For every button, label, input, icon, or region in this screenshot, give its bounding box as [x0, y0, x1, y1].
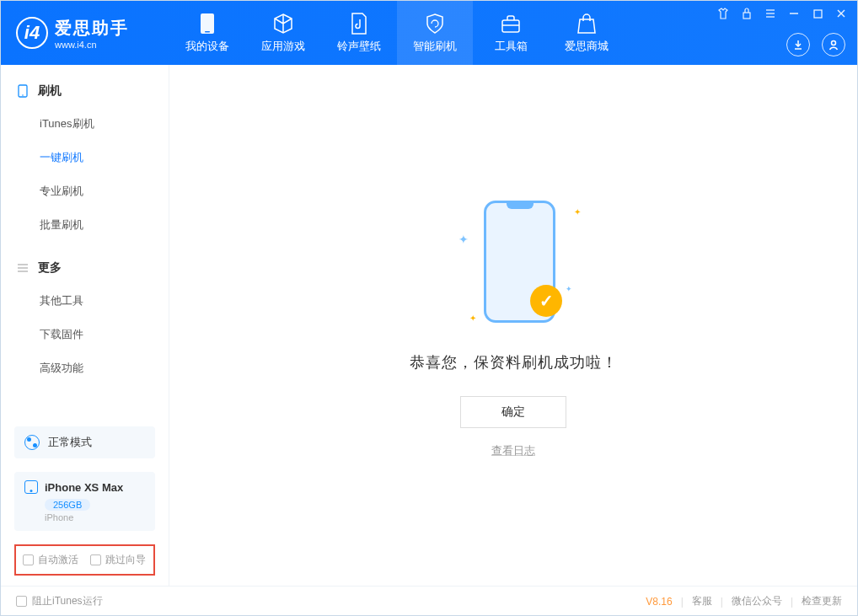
sidebar-item-advanced[interactable]: 高级功能	[1, 351, 169, 385]
svg-rect-1	[205, 31, 210, 33]
sparkle-icon: ✦	[574, 207, 581, 217]
checkbox-auto-activate[interactable]: 自动激活	[23, 553, 78, 567]
sidebar-item-download-firmware[interactable]: 下载固件	[1, 318, 169, 351]
app-logo: i4 爱思助手 www.i4.cn	[1, 17, 169, 50]
version-label: V8.16	[646, 596, 672, 608]
bag-icon	[575, 12, 598, 35]
svg-rect-0	[201, 13, 214, 34]
minimize-button[interactable]	[786, 6, 802, 21]
sparkle-icon: ✦	[566, 285, 572, 293]
sidebar-item-batch-flash[interactable]: 批量刷机	[1, 208, 169, 242]
window-controls	[716, 6, 849, 21]
nav-toolbox[interactable]: 工具箱	[473, 1, 549, 65]
mode-label: 正常模式	[48, 435, 92, 450]
list-icon	[16, 261, 29, 275]
sparkle-icon: ✦	[469, 313, 476, 323]
lock-icon[interactable]	[739, 6, 754, 21]
support-link[interactable]: 客服	[692, 594, 712, 608]
download-button[interactable]	[786, 33, 810, 56]
success-illustration: ✦ ✦ ✦ ✦ ✓	[429, 192, 598, 335]
shield-refresh-icon	[423, 12, 447, 35]
app-url: www.i4.cn	[55, 40, 129, 50]
options-highlighted-box: 自动激活 跳过向导	[14, 544, 155, 576]
main-content: ✦ ✦ ✦ ✦ ✓ 恭喜您，保资料刷机成功啦！ 确定 查看日志	[169, 65, 857, 586]
checkbox-icon	[23, 554, 34, 565]
toolbox-icon	[499, 12, 523, 35]
sidebar-item-other-tools[interactable]: 其他工具	[1, 284, 169, 318]
main-nav: 我的设备 应用游戏 铃声壁纸 智能刷机 工具箱 爱思商城	[169, 1, 625, 65]
menu-icon[interactable]	[763, 6, 778, 21]
mode-icon	[24, 435, 40, 450]
music-file-icon	[347, 12, 371, 35]
device-card[interactable]: iPhone XS Max 256GB iPhone	[14, 472, 155, 531]
maximize-button[interactable]	[810, 6, 825, 21]
sidebar-section-more: 更多	[1, 252, 169, 284]
logo-icon: i4	[16, 17, 48, 49]
checkbox-icon	[16, 596, 27, 607]
view-log-link[interactable]: 查看日志	[491, 443, 535, 458]
title-bar: i4 爱思助手 www.i4.cn 我的设备 应用游戏 铃声壁纸 智能刷机 工具…	[1, 1, 857, 65]
check-update-link[interactable]: 检查更新	[802, 594, 842, 608]
device-type: iPhone	[45, 512, 145, 522]
nav-my-device[interactable]: 我的设备	[169, 1, 245, 65]
checkbox-icon	[90, 554, 101, 565]
check-badge-icon: ✓	[530, 285, 562, 317]
app-name: 爱思助手	[55, 17, 129, 40]
sidebar-item-pro-flash[interactable]: 专业刷机	[1, 174, 169, 208]
checkbox-skip-guide[interactable]: 跳过向导	[90, 553, 146, 567]
nav-store[interactable]: 爱思商城	[549, 1, 625, 65]
nav-ringtones[interactable]: 铃声壁纸	[321, 1, 397, 65]
sidebar-item-oneclick-flash[interactable]: 一键刷机	[1, 141, 169, 174]
user-button[interactable]	[822, 33, 845, 56]
svg-rect-4	[743, 13, 750, 19]
svg-rect-2	[502, 20, 519, 32]
svg-point-15	[22, 94, 24, 96]
cube-icon	[271, 12, 295, 35]
svg-point-13	[832, 41, 836, 46]
mode-card[interactable]: 正常模式	[14, 426, 155, 458]
phone-icon	[16, 84, 29, 98]
device-name: iPhone XS Max	[45, 481, 123, 494]
device-phone-icon	[24, 480, 38, 494]
nav-smart-flash[interactable]: 智能刷机	[397, 1, 473, 65]
status-bar: 阻止iTunes运行 V8.16 | 客服 | 微信公众号 | 检查更新	[1, 586, 857, 616]
sidebar: 刷机 iTunes刷机 一键刷机 专业刷机 批量刷机 更多 其他工具 下载固件 …	[1, 65, 169, 586]
checkbox-stop-itunes[interactable]: 阻止iTunes运行	[16, 594, 103, 608]
svg-rect-9	[814, 10, 822, 18]
wechat-link[interactable]: 微信公众号	[732, 594, 782, 608]
device-icon	[196, 12, 219, 35]
ok-button[interactable]: 确定	[460, 396, 566, 428]
sparkle-icon: ✦	[458, 233, 469, 246]
close-button[interactable]	[834, 6, 849, 21]
success-message: 恭喜您，保资料刷机成功啦！	[410, 352, 618, 372]
sidebar-item-itunes-flash[interactable]: iTunes刷机	[1, 107, 169, 141]
nav-apps-games[interactable]: 应用游戏	[245, 1, 321, 65]
sidebar-section-flash: 刷机	[1, 75, 169, 107]
tshirt-icon[interactable]	[716, 6, 731, 21]
storage-badge: 256GB	[45, 499, 90, 511]
